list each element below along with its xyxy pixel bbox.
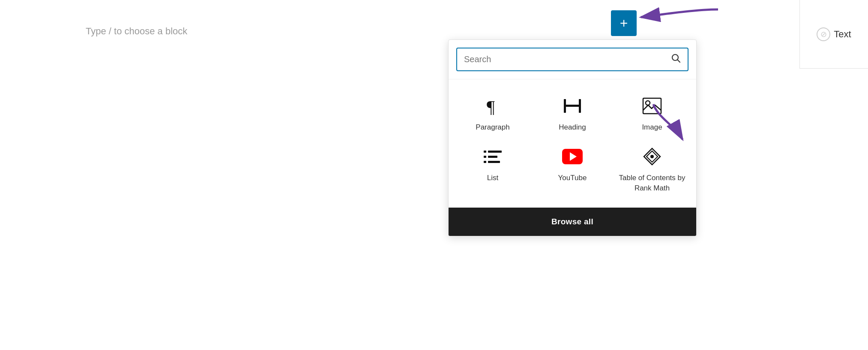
- search-input[interactable]: [464, 54, 667, 64]
- heading-label: Heading: [559, 122, 586, 133]
- block-item-image[interactable]: Image: [612, 88, 692, 139]
- block-picker-dropdown: ¶ Paragraph Heading: [448, 39, 697, 236]
- block-item-list[interactable]: List: [453, 139, 533, 199]
- browse-all-button[interactable]: Browse all: [449, 208, 696, 236]
- disable-icon: ⊘: [817, 27, 830, 41]
- block-item-toc[interactable]: Table of Contents by Rank Math: [612, 139, 692, 199]
- svg-rect-13: [484, 161, 486, 163]
- search-input-wrap[interactable]: [456, 48, 688, 71]
- svg-rect-11: [484, 156, 486, 158]
- add-block-button[interactable]: +: [611, 10, 637, 36]
- list-label: List: [487, 173, 498, 183]
- svg-point-8: [646, 101, 650, 105]
- youtube-label: YouTube: [558, 173, 587, 183]
- search-container: [449, 40, 696, 79]
- svg-rect-9: [484, 151, 486, 153]
- text-button-label: Text: [834, 29, 851, 40]
- paragraph-label: Paragraph: [476, 122, 509, 133]
- svg-rect-10: [488, 151, 502, 153]
- svg-rect-7: [643, 98, 661, 114]
- youtube-icon: [562, 146, 583, 167]
- svg-rect-5: [564, 105, 581, 107]
- search-icon: [671, 54, 681, 65]
- right-panel: ⊘ Text +: [611, 0, 868, 350]
- arrow-annotation-1: [632, 1, 727, 35]
- svg-rect-6: [579, 99, 581, 113]
- image-label: Image: [642, 122, 662, 133]
- svg-rect-12: [488, 156, 497, 158]
- editor-placeholder: Type / to choose a block: [86, 26, 187, 37]
- toc-icon: [642, 146, 662, 167]
- svg-rect-14: [488, 161, 500, 163]
- plus-icon: +: [620, 16, 628, 30]
- list-icon: [482, 146, 503, 167]
- image-icon: [642, 96, 662, 116]
- block-grid: ¶ Paragraph Heading: [449, 79, 696, 208]
- block-item-heading[interactable]: Heading: [533, 88, 612, 139]
- toc-label: Table of Contents by Rank Math: [617, 173, 688, 193]
- svg-text:¶: ¶: [487, 97, 495, 115]
- svg-point-18: [650, 155, 654, 158]
- block-item-youtube[interactable]: YouTube: [533, 139, 612, 199]
- paragraph-icon: ¶: [482, 96, 503, 116]
- block-item-paragraph[interactable]: ¶ Paragraph: [453, 88, 533, 139]
- text-button[interactable]: ⊘ Text: [799, 0, 868, 69]
- svg-line-2: [678, 60, 680, 63]
- heading-icon: [562, 96, 583, 116]
